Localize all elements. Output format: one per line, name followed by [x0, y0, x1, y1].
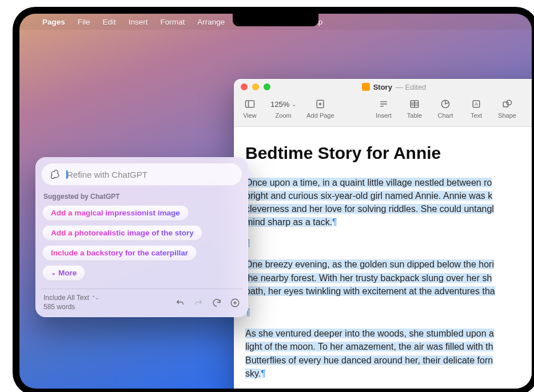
laptop-frame: Pages File Edit Insert Format Arrange Vi… [13, 7, 534, 392]
redo-icon [193, 298, 204, 308]
text-icon: A [468, 97, 484, 111]
suggestion-chip[interactable]: Add a magical impressionist image [42, 205, 189, 221]
document-heading: Bedtime Story for Annie [245, 141, 532, 166]
svg-rect-0 [246, 101, 254, 107]
sidebar-icon [242, 97, 258, 111]
paragraph: One breezy evening, as the golden sun di… [245, 258, 532, 298]
undo-icon[interactable] [175, 298, 185, 308]
shape-icon [499, 97, 515, 111]
suggestion-list: Add a magical impressionist image Add a … [41, 205, 242, 281]
updown-icon[interactable]: ⌃⌄ [91, 295, 98, 302]
pilcrow-icon: ¶ [332, 217, 337, 227]
chatgpt-panel: Refine with ChatGPT Suggested by ChatGPT… [35, 157, 248, 317]
paragraph: Once upon a time, in a quaint little vil… [245, 176, 532, 229]
insert-icon [376, 97, 392, 111]
chevron-down-icon: ⌄ [292, 101, 296, 107]
document-body[interactable]: Bedtime Story for Annie Once upon a time… [234, 127, 532, 389]
titlebar: Story — Edited [234, 79, 532, 95]
table-icon [407, 97, 423, 111]
document-title: Story [373, 83, 392, 91]
panel-footer: Include All Text ⌃⌄ 585 words [41, 289, 242, 313]
tool-shape[interactable]: Shape [497, 97, 517, 119]
media-icon [530, 97, 532, 111]
svg-text:A: A [475, 101, 478, 107]
tool-table[interactable]: Table [404, 97, 425, 119]
menu-insert[interactable]: Insert [129, 18, 148, 26]
word-count: 585 words [43, 303, 98, 312]
suggestion-chip[interactable]: Include a backstory for the caterpillar [42, 245, 197, 261]
menu-format[interactable]: Format [161, 18, 185, 26]
close-button[interactable] [241, 83, 248, 90]
tool-label: Chart [438, 112, 453, 119]
pages-window: Story — Edited View 125% ⌄ Zoom [234, 79, 532, 389]
tool-label: Text [471, 112, 482, 119]
paragraph: As she ventured deeper into the woods, s… [245, 327, 532, 380]
refine-placeholder: Refine with ChatGPT [67, 170, 148, 179]
tool-label: Table [407, 112, 422, 119]
refine-input[interactable]: Refine with ChatGPT [41, 163, 242, 186]
chatgpt-logo-icon [50, 169, 61, 180]
minimize-button[interactable] [252, 83, 259, 90]
tool-add-page[interactable]: Add Page [306, 97, 334, 119]
desktop-screen: Pages File Edit Insert Format Arrange Vi… [19, 14, 532, 389]
tool-view[interactable]: View [240, 97, 260, 119]
pilcrow-icon: ¶ [261, 369, 266, 378]
menu-edit[interactable]: Edit [103, 18, 116, 26]
paragraph-spacer: ¶ [245, 388, 532, 389]
paragraph-spacer: ¶ [245, 306, 532, 319]
menubar-app[interactable]: Pages [42, 18, 65, 26]
toolbar: View 125% ⌄ Zoom Add Page [234, 95, 532, 127]
tool-label: Shape [498, 112, 516, 119]
plus-page-icon [312, 97, 328, 111]
tool-label: View [243, 112, 257, 119]
include-mode[interactable]: Include All Text [43, 294, 89, 303]
refresh-icon[interactable] [212, 298, 222, 308]
document-status: — Edited [396, 83, 426, 91]
tool-media[interactable]: M [528, 97, 532, 119]
zoom-value: 125% [270, 100, 289, 109]
notch [233, 14, 318, 26]
menu-file[interactable]: File [78, 18, 90, 26]
suggestion-chip[interactable]: Add a photorealistic image of the story [42, 225, 202, 241]
tool-text[interactable]: A Text [466, 97, 487, 119]
menu-arrange[interactable]: Arrange [197, 18, 225, 26]
document-icon [362, 83, 370, 91]
more-button[interactable]: ⌄ More [42, 265, 85, 281]
tool-label: Zoom [276, 112, 292, 119]
tool-label: Insert [376, 112, 392, 119]
tool-chart[interactable]: Chart [435, 97, 456, 119]
more-label: More [58, 269, 77, 277]
svg-point-16 [507, 100, 511, 105]
suggested-heading: Suggested by ChatGPT [43, 193, 240, 201]
chart-icon [437, 97, 453, 111]
paragraph-spacer: ¶ [245, 237, 532, 250]
add-icon[interactable] [230, 298, 240, 308]
tool-zoom[interactable]: 125% ⌄ Zoom [270, 97, 296, 119]
tool-label: Add Page [306, 112, 334, 119]
fullscreen-button[interactable] [264, 83, 270, 90]
chevron-down-icon: ⌄ [51, 269, 56, 277]
tool-insert[interactable]: Insert [373, 97, 394, 119]
